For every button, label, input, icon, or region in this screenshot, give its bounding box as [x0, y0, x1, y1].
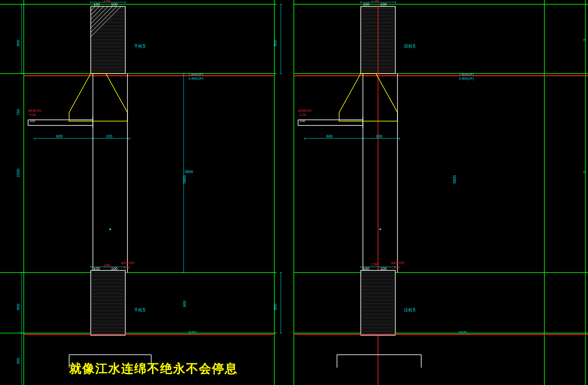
- cad-drawing-canvas: [0, 0, 588, 385]
- overlay-text: 就像江水连绵不绝永不会停息: [69, 361, 238, 377]
